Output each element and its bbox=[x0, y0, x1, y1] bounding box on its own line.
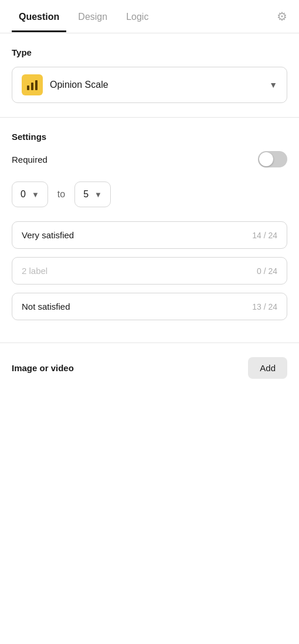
svg-rect-0 bbox=[27, 85, 29, 90]
label-input-1[interactable]: 2 label 0 / 24 bbox=[12, 257, 287, 285]
label-input-2[interactable]: Not satisfied 13 / 24 bbox=[12, 293, 287, 320]
type-dropdown[interactable]: Opinion Scale ▼ bbox=[12, 67, 287, 103]
type-label: Type bbox=[12, 47, 287, 57]
image-video-row: Image or video Add bbox=[0, 342, 299, 393]
label-count-0: 14 / 24 bbox=[252, 231, 277, 240]
opinion-scale-icon bbox=[22, 74, 43, 95]
settings-section: Settings Required 0 ▼ to 5 ▼ Very satisf… bbox=[0, 118, 299, 342]
label-text-2: Not satisfied bbox=[22, 302, 70, 311]
svg-rect-2 bbox=[35, 80, 38, 90]
range-from-value: 0 bbox=[21, 189, 26, 200]
label-text-0: Very satisfied bbox=[22, 230, 74, 240]
label-input-0[interactable]: Very satisfied 14 / 24 bbox=[12, 221, 287, 249]
label-count-1: 0 / 24 bbox=[257, 266, 277, 276]
tab-logic[interactable]: Logic bbox=[119, 1, 155, 32]
tab-question[interactable]: Question bbox=[12, 1, 66, 32]
tab-bar: Question Design Logic ⚙ bbox=[0, 0, 299, 33]
range-to-select[interactable]: 5 ▼ bbox=[74, 181, 111, 207]
range-row: 0 ▼ to 5 ▼ bbox=[12, 181, 287, 207]
chevron-down-icon: ▼ bbox=[32, 190, 39, 199]
gear-icon[interactable]: ⚙ bbox=[277, 0, 287, 33]
label-text-1: 2 label bbox=[22, 266, 47, 276]
label-count-2: 13 / 24 bbox=[252, 302, 277, 311]
type-section: Type Opinion Scale ▼ bbox=[0, 33, 299, 117]
settings-label: Settings bbox=[12, 132, 287, 142]
tab-design[interactable]: Design bbox=[71, 1, 114, 32]
range-to-value: 5 bbox=[83, 189, 89, 200]
chevron-down-icon: ▼ bbox=[269, 80, 277, 90]
range-to-text: to bbox=[57, 189, 65, 200]
required-row: Required bbox=[12, 151, 287, 167]
type-value: Opinion Scale bbox=[50, 80, 262, 90]
svg-rect-1 bbox=[31, 83, 33, 90]
required-label: Required bbox=[12, 155, 47, 165]
add-button[interactable]: Add bbox=[248, 357, 287, 379]
range-from-select[interactable]: 0 ▼ bbox=[12, 181, 48, 207]
required-toggle[interactable] bbox=[258, 151, 287, 167]
chevron-down-icon: ▼ bbox=[94, 190, 102, 199]
image-video-label: Image or video bbox=[12, 363, 74, 373]
